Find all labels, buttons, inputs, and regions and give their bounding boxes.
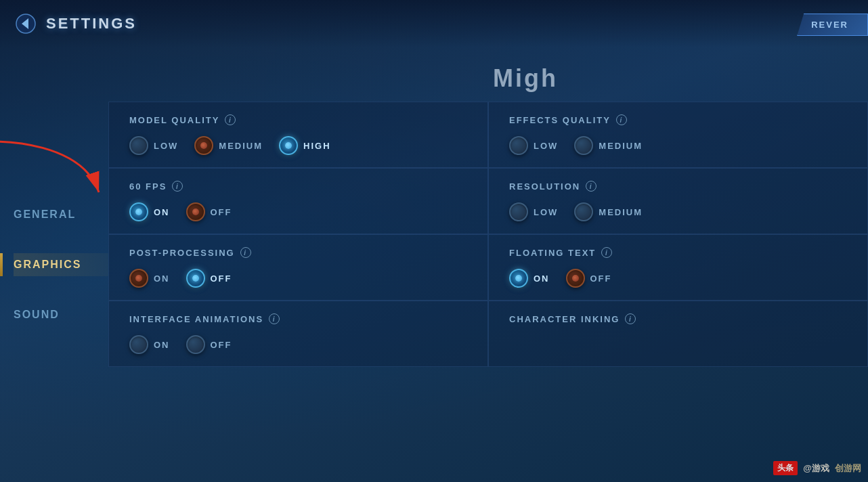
- effects-quality-medium-option[interactable]: MEDIUM: [574, 136, 643, 155]
- floating-text-on-radio[interactable]: [509, 269, 528, 288]
- fps-on-radio[interactable]: [129, 202, 148, 221]
- model-quality-medium-radio[interactable]: [194, 136, 213, 155]
- model-quality-options: LOW MEDIUM HIGH: [129, 136, 467, 155]
- effects-quality-low-radio[interactable]: [509, 136, 528, 155]
- effects-quality-section: EFFECTS QUALITY i LOW MEDIUM: [488, 102, 868, 168]
- interface-animations-options: ON OFF: [129, 335, 467, 354]
- post-processing-options: ON OFF: [129, 269, 467, 288]
- floating-text-on-option[interactable]: ON: [509, 269, 550, 288]
- post-processing-off-option[interactable]: OFF: [186, 269, 232, 288]
- interface-animations-off-radio[interactable]: [186, 335, 205, 354]
- model-quality-medium-option[interactable]: MEDIUM: [194, 136, 263, 155]
- watermark-handle: @游戏: [803, 462, 829, 475]
- effects-quality-medium-radio[interactable]: [574, 136, 593, 155]
- character-inking-header: CHARACTER INKING i: [509, 313, 847, 324]
- post-processing-info-icon[interactable]: i: [240, 247, 251, 258]
- model-quality-header: MODEL QUALITY i: [129, 114, 467, 125]
- sidebar-item-sound[interactable]: SOUND: [14, 303, 108, 326]
- settings-grid: MODEL QUALITY i LOW MEDIUM HIGH: [108, 102, 868, 367]
- interface-animations-on-option[interactable]: ON: [129, 335, 170, 354]
- floating-text-header: FLOATING TEXT i: [509, 247, 847, 258]
- revert-button[interactable]: REVER: [797, 14, 868, 36]
- post-processing-off-radio[interactable]: [186, 269, 205, 288]
- sidebar: GENERAL GRAPHICS SOUND: [0, 47, 108, 482]
- floating-text-info-icon[interactable]: i: [601, 247, 612, 258]
- floating-text-section: FLOATING TEXT i ON OFF: [488, 234, 868, 301]
- watermark-platform: 头条: [773, 461, 798, 475]
- character-inking-section: CHARACTER INKING i: [488, 301, 868, 367]
- model-quality-low-option[interactable]: LOW: [129, 136, 178, 155]
- post-processing-section: POST-PROCESSING i ON OFF: [108, 234, 488, 301]
- fps-header: 60 FPS i: [129, 181, 467, 192]
- watermark-site: 创游网: [835, 462, 861, 475]
- header: SETTINGS: [0, 0, 868, 47]
- model-quality-section: MODEL QUALITY i LOW MEDIUM HIGH: [108, 102, 488, 168]
- post-processing-on-option[interactable]: ON: [129, 269, 170, 288]
- resolution-header: RESOLUTION i: [509, 181, 847, 192]
- interface-animations-on-radio[interactable]: [129, 335, 148, 354]
- watermark: 头条 @游戏 创游网: [773, 461, 861, 475]
- resolution-medium-radio[interactable]: [574, 202, 593, 221]
- interface-animations-off-option[interactable]: OFF: [186, 335, 232, 354]
- fps-off-option[interactable]: OFF: [186, 202, 232, 221]
- model-quality-high-option[interactable]: HIGH: [279, 136, 331, 155]
- back-button[interactable]: [14, 12, 38, 36]
- resolution-options: LOW MEDIUM: [509, 202, 847, 221]
- fps-options: ON OFF: [129, 202, 467, 221]
- character-inking-info-icon[interactable]: i: [625, 313, 636, 324]
- interface-animations-section: INTERFACE ANIMATIONS i ON OFF: [108, 301, 488, 367]
- model-quality-high-radio[interactable]: [279, 136, 298, 155]
- fps-off-radio[interactable]: [186, 202, 205, 221]
- effects-quality-info-icon[interactable]: i: [616, 114, 627, 125]
- floating-text-options: ON OFF: [509, 269, 847, 288]
- effects-quality-options: LOW MEDIUM: [509, 136, 847, 155]
- fps-info-icon[interactable]: i: [172, 181, 183, 192]
- resolution-section: RESOLUTION i LOW MEDIUM: [488, 168, 868, 234]
- effects-quality-header: EFFECTS QUALITY i: [509, 114, 847, 125]
- post-processing-header: POST-PROCESSING i: [129, 247, 467, 258]
- effects-quality-low-option[interactable]: LOW: [509, 136, 558, 155]
- resolution-info-icon[interactable]: i: [586, 181, 596, 192]
- sidebar-item-graphics[interactable]: GRAPHICS: [14, 253, 108, 276]
- resolution-low-option[interactable]: LOW: [509, 202, 558, 221]
- floating-text-off-option[interactable]: OFF: [566, 269, 612, 288]
- model-quality-low-radio[interactable]: [129, 136, 148, 155]
- floating-text-off-radio[interactable]: [566, 269, 585, 288]
- fps-section: 60 FPS i ON OFF: [108, 168, 488, 234]
- resolution-low-radio[interactable]: [509, 202, 528, 221]
- main-content: MODEL QUALITY i LOW MEDIUM HIGH: [108, 95, 868, 482]
- resolution-medium-option[interactable]: MEDIUM: [574, 202, 643, 221]
- model-quality-info-icon[interactable]: i: [225, 114, 236, 125]
- interface-animations-header: INTERFACE ANIMATIONS i: [129, 313, 467, 324]
- fps-on-option[interactable]: ON: [129, 202, 170, 221]
- interface-animations-info-icon[interactable]: i: [269, 313, 280, 324]
- sidebar-item-general[interactable]: GENERAL: [14, 203, 108, 226]
- page-title: SETTINGS: [46, 15, 137, 32]
- partial-banner-text: Migh: [493, 64, 558, 93]
- post-processing-on-radio[interactable]: [129, 269, 148, 288]
